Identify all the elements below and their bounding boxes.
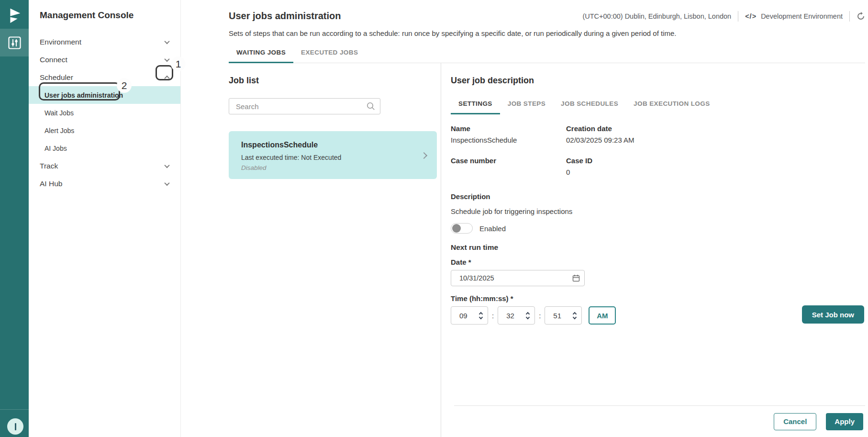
sidebar-item-track[interactable]: Track xyxy=(29,157,180,175)
apply-button[interactable]: Apply xyxy=(826,413,863,430)
case-id-label: Case ID xyxy=(566,157,865,165)
tab-settings[interactable]: SETTINGS xyxy=(451,95,500,114)
job-list-panel: Job list InspectionsSchedule Last execut… xyxy=(181,63,441,437)
sidebar-item-ai-hub[interactable]: AI Hub xyxy=(29,175,180,192)
cancel-button[interactable]: Cancel xyxy=(774,413,816,430)
hours-value: 09 xyxy=(459,312,467,320)
search-input[interactable] xyxy=(229,98,380,114)
tab-executed-jobs[interactable]: EXECUTED JOBS xyxy=(293,44,366,63)
rail-divider xyxy=(0,409,29,410)
meta-divider xyxy=(738,11,738,22)
creation-date-value: 02/03/2025 09:23 AM xyxy=(566,136,865,144)
enabled-toggle-row: Enabled xyxy=(451,223,865,234)
toggle-knob xyxy=(452,224,461,233)
sidebar-item-alert-jobs[interactable]: Alert Jobs xyxy=(29,122,180,139)
jobs-tabs: WAITING JOBS EXECUTED JOBS xyxy=(229,44,865,63)
search-icon xyxy=(367,102,375,112)
sidebar-item-connect[interactable]: Connect xyxy=(29,51,180,68)
chevron-down-icon xyxy=(164,162,169,168)
tab-job-steps[interactable]: JOB STEPS xyxy=(500,95,553,114)
date-field xyxy=(451,270,585,286)
sidebar-nav: Environment Connect Scheduler User jobs … xyxy=(29,33,180,192)
management-console-rail-item[interactable] xyxy=(0,29,29,56)
job-list-heading: Job list xyxy=(229,76,437,86)
description-label: Description xyxy=(451,192,865,201)
date-label: Date * xyxy=(451,258,865,266)
next-run-time-label: Next run time xyxy=(451,243,865,252)
name-value: InspectionsSchedule xyxy=(451,136,566,144)
refresh-icon xyxy=(857,12,865,21)
field-case-id: Case ID 0 xyxy=(566,157,865,176)
job-name: InspectionsSchedule xyxy=(241,141,413,149)
job-status: Disabled xyxy=(241,164,413,171)
stepper-arrows-icon[interactable] xyxy=(479,313,482,319)
time-label: Time (hh:mm:ss) * xyxy=(451,294,865,303)
sidebar-item-user-jobs-administration[interactable]: User jobs administration xyxy=(29,86,180,104)
meta-divider xyxy=(849,11,850,22)
description-value: Schedule job for triggering inspections xyxy=(451,207,865,215)
chevron-down-icon xyxy=(164,56,169,61)
brand-logo-icon xyxy=(5,5,23,23)
tab-waiting-jobs[interactable]: WAITING JOBS xyxy=(229,44,293,63)
stepper-arrows-icon[interactable] xyxy=(526,313,529,319)
chevron-down-icon xyxy=(164,180,169,185)
job-last-executed: Last executed time: Not Executed xyxy=(241,154,413,161)
date-input[interactable] xyxy=(451,270,585,286)
environment-selector[interactable]: </> Development Environment xyxy=(745,12,843,20)
seconds-value: 51 xyxy=(553,312,561,320)
page-subtitle: Sets of steps that can be run according … xyxy=(229,29,865,37)
sidebar-item-ai-jobs[interactable]: AI Jobs xyxy=(29,139,180,157)
enabled-label: Enabled xyxy=(479,224,506,233)
environment-label: Development Environment xyxy=(761,12,843,20)
sidebar-title: Management Console xyxy=(29,0,180,21)
chevron-right-icon xyxy=(421,152,427,159)
job-description-tabs: SETTINGS JOB STEPS JOB SCHEDULES JOB EXE… xyxy=(451,95,865,114)
sidebar: Management Console Environment Connect S… xyxy=(29,0,181,437)
hours-stepper[interactable]: 09 xyxy=(451,306,488,325)
chevron-down-icon xyxy=(164,38,169,44)
job-description-panel: User job description SETTINGS JOB STEPS … xyxy=(441,63,868,437)
timezone-label: (UTC+00:00) Dublin, Edinburgh, Lisbon, L… xyxy=(582,12,731,20)
sidebar-item-wait-jobs[interactable]: Wait Jobs xyxy=(29,104,180,122)
main-header: User jobs administration (UTC+00:00) Dub… xyxy=(181,0,868,63)
panel-footer: Cancel Apply xyxy=(454,405,865,437)
sliders-icon xyxy=(8,36,21,49)
time-colon: : xyxy=(539,312,541,320)
job-search xyxy=(229,98,380,114)
brand-logo[interactable] xyxy=(0,0,29,29)
job-card-inspectionsschedule[interactable]: InspectionsSchedule Last executed time: … xyxy=(229,131,437,179)
icon-rail xyxy=(0,0,29,437)
chevron-up-icon xyxy=(164,75,169,80)
tab-job-schedules[interactable]: JOB SCHEDULES xyxy=(553,95,626,114)
calendar-icon[interactable] xyxy=(572,274,580,284)
creation-date-label: Creation date xyxy=(566,124,865,133)
header-meta: (UTC+00:00) Dublin, Edinburgh, Lisbon, L… xyxy=(582,11,865,22)
tab-job-execution-logs[interactable]: JOB EXECUTION LOGS xyxy=(626,95,717,114)
info-button[interactable] xyxy=(7,418,23,435)
field-creation-date: Creation date 02/03/2025 09:23 AM xyxy=(566,124,865,144)
job-description-heading: User job description xyxy=(451,76,865,86)
time-colon: : xyxy=(492,312,494,320)
management-console-window: Management Console Environment Connect S… xyxy=(0,0,868,437)
field-name: Name InspectionsSchedule xyxy=(451,124,566,144)
stepper-arrows-icon[interactable] xyxy=(573,313,576,319)
sidebar-item-scheduler[interactable]: Scheduler xyxy=(29,68,180,86)
sidebar-item-environment[interactable]: Environment xyxy=(29,33,180,51)
name-label: Name xyxy=(451,124,566,133)
field-case-number: Case number xyxy=(451,157,566,176)
meridiem-button[interactable]: AM xyxy=(589,306,616,325)
minutes-stepper[interactable]: 32 xyxy=(498,306,535,325)
main-content: User jobs administration (UTC+00:00) Dub… xyxy=(181,0,868,437)
case-id-value: 0 xyxy=(566,168,865,176)
enabled-toggle[interactable] xyxy=(451,223,473,234)
code-icon: </> xyxy=(745,12,757,20)
info-icon xyxy=(15,423,16,430)
page-title: User jobs administration xyxy=(229,11,341,22)
set-job-now-button[interactable]: Set Job now xyxy=(802,305,864,324)
minutes-value: 32 xyxy=(506,312,514,320)
case-number-label: Case number xyxy=(451,157,566,165)
seconds-stepper[interactable]: 51 xyxy=(545,306,582,325)
refresh-button[interactable] xyxy=(857,12,865,21)
